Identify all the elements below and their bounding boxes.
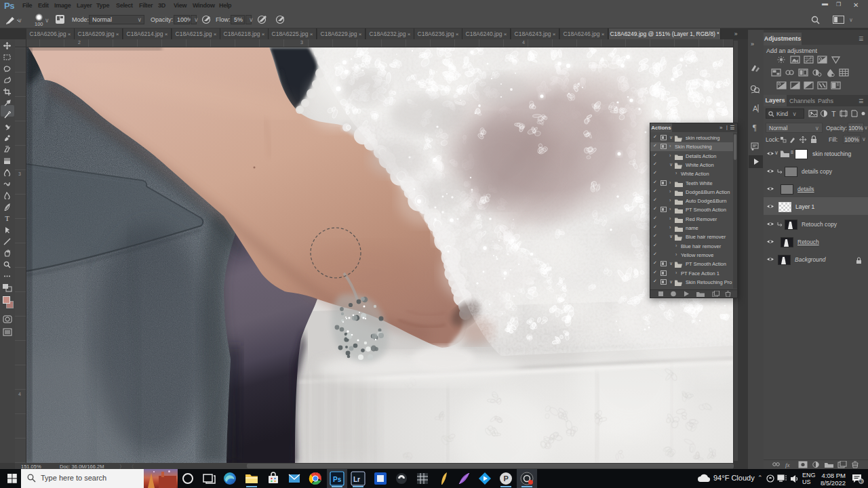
svg-text:P: P [504,474,509,483]
svg-text:9: 9 [861,479,863,483]
svg-text:A: A [753,104,758,113]
svg-text:Ps: Ps [333,476,342,483]
svg-text:¶: ¶ [753,123,757,132]
svg-text:T: T [831,110,836,118]
svg-text:fx: fx [785,462,790,468]
svg-text:T: T [5,215,9,222]
svg-text:Lr: Lr [353,476,360,483]
